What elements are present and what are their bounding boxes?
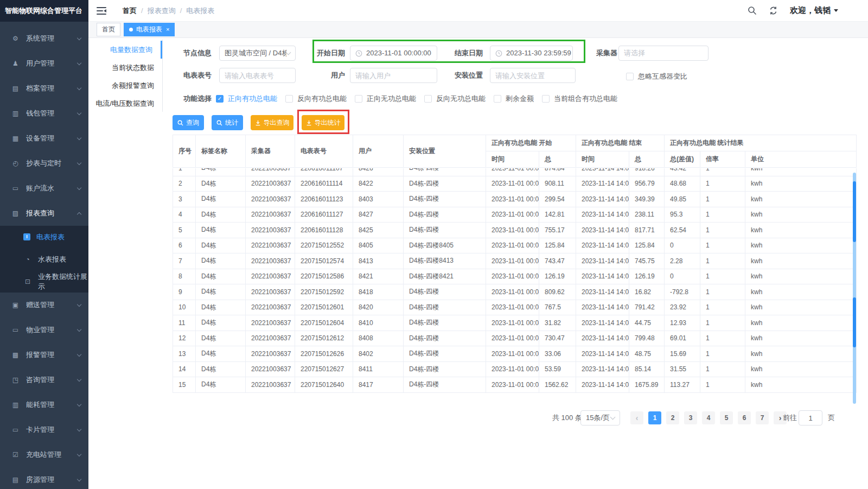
table-cell: 8405 (353, 238, 404, 253)
table-cell: D4栋 (196, 315, 246, 331)
sidebar-item[interactable]: ♟用户管理 (0, 51, 88, 76)
sidebar-item[interactable]: ▭物业管理 (0, 317, 88, 342)
checkbox-icon: ✓ (216, 95, 224, 103)
biz-stats-icon: ⊡ (23, 278, 32, 285)
meter-no-input[interactable] (219, 68, 296, 83)
table-cell: 11 (173, 315, 196, 331)
ignore-ct-checkbox[interactable]: ✓ 忽略互感器变比 (626, 72, 687, 81)
user-menu[interactable]: 欢迎，钱韬 (790, 5, 838, 16)
sidebar-item[interactable]: ▤档案管理 (0, 76, 88, 101)
start-date-input[interactable]: 2023-11-01 00:00:00 (350, 46, 437, 61)
goto-page-input[interactable] (799, 410, 822, 426)
sidebar-item[interactable]: ▥能耗管理 (0, 392, 88, 417)
table-cell: 220616011123 (295, 192, 353, 207)
export-query-button[interactable]: 导出查询 (251, 115, 293, 130)
collector-select[interactable]: 请选择 (618, 46, 709, 61)
sidebar-item[interactable]: ▨报表查询 (0, 201, 88, 226)
app-logo-title: 智能物联网综合管理平台 (0, 0, 88, 22)
export-stat-button[interactable]: 导出统计 (302, 115, 344, 130)
breadcrumb-item[interactable]: 首页 (123, 6, 137, 16)
page-button-7[interactable]: 7 (756, 411, 769, 424)
table-cell: 2023-11-01 00:00:42 (486, 238, 539, 253)
page-tab[interactable]: 电表报表× (124, 23, 175, 36)
table-cell: kwh (745, 238, 857, 253)
sidebar-subitem-label: 业务数据统计展示 (38, 272, 88, 291)
archive-icon: ▤ (11, 85, 20, 92)
sidebar-item[interactable]: ▩报警管理 (0, 342, 88, 367)
sidebar-subitem[interactable]: ⊡业务数据统计展示 (0, 270, 88, 293)
table-cell: 2023-11-14 14:03:57 (576, 300, 629, 315)
clock-icon (355, 50, 362, 57)
breadcrumb-item[interactable]: 报表查询 (148, 6, 176, 16)
collapse-sidebar-icon[interactable] (97, 7, 106, 15)
page-button-5[interactable]: 5 (720, 411, 733, 424)
prev-page-button[interactable]: ‹ (630, 411, 643, 424)
page-button-6[interactable]: 6 (738, 411, 751, 424)
refresh-icon[interactable] (769, 6, 778, 15)
function-checkbox[interactable]: ✓反向无功总电能 (424, 94, 486, 104)
subnav-item[interactable]: 当前状态数据 (95, 59, 162, 77)
sidebar-item[interactable]: ⚙系统管理 (0, 26, 88, 51)
page-size-select[interactable]: 15条/页 (580, 410, 620, 426)
function-checkbox[interactable]: ✓正向有功总电能 (216, 94, 277, 104)
sidebar-item[interactable]: ▭卡片管理 (0, 417, 88, 442)
function-checkbox[interactable]: ✓正向无功总电能 (355, 94, 416, 104)
page-tab[interactable]: 首页 (97, 23, 120, 36)
table-row: 2D4栋202210036372206160111148422D4栋-四楼202… (173, 176, 857, 192)
table-cell: 8426 (353, 168, 404, 176)
sidebar-subitem[interactable]: ◔水表报表 (0, 248, 88, 270)
subnav-item[interactable]: 余额报警查询 (95, 77, 162, 94)
table-cell: 1675.89 (629, 377, 665, 393)
function-checkbox[interactable]: ✓当前组合有功总电能 (542, 94, 617, 104)
sidebar-item[interactable]: ▦设备管理 (0, 126, 88, 151)
table-cell: D4栋 (196, 269, 246, 284)
table-cell: D4栋 (196, 207, 246, 223)
table-cell: 8418 (353, 284, 404, 300)
close-tab-icon[interactable]: × (166, 27, 169, 33)
clock-icon (495, 50, 502, 57)
sidebar-item[interactable]: ▤房源管理 (0, 467, 88, 489)
page-button-3[interactable]: 3 (684, 411, 697, 424)
page-button-1[interactable]: 1 (648, 411, 661, 424)
subnav-divider (162, 40, 163, 112)
table-scrollbar[interactable] (853, 173, 856, 404)
table-cell: 220715012626 (295, 346, 353, 362)
table-cell: 13 (173, 346, 196, 362)
sidebar-item[interactable]: ▭账户流水 (0, 176, 88, 201)
chevron-down-icon (77, 85, 81, 90)
node-select[interactable]: 图灵城市空间 / D4栋 (219, 46, 296, 61)
subnav-item[interactable]: 电流/电压数据查询 (95, 94, 162, 112)
function-checkbox[interactable]: ✓反向有功总电能 (285, 94, 347, 104)
page-button-2[interactable]: 2 (666, 411, 679, 424)
sidebar-item[interactable]: ▣赠送管理 (0, 293, 88, 317)
col-unit: 单位 (745, 151, 857, 168)
table-cell: 69.01 (665, 331, 700, 346)
table-cell: 238.11 (629, 207, 665, 223)
subnav-item[interactable]: 电量数据查询 (95, 41, 162, 59)
table-cell: D4栋-四楼 (404, 207, 486, 223)
page-button-4[interactable]: 4 (702, 411, 715, 424)
end-date-input[interactable]: 2023-11-30 23:59:59 (490, 46, 573, 61)
table-cell: 2023-11-14 14:02:38 (576, 346, 629, 362)
table-cell: 220715012604 (295, 315, 353, 331)
location-input[interactable] (490, 68, 576, 83)
sidebar-item[interactable]: ☑充电站管理 (0, 442, 88, 467)
table-cell: 5 (173, 223, 196, 238)
query-button[interactable]: 查询 (173, 115, 204, 130)
table-cell: 8422 (353, 176, 404, 192)
user-input[interactable] (350, 68, 437, 83)
table-cell: 2023-11-01 00:01:00 (486, 223, 539, 238)
sidebar-item[interactable]: ◴抄表与定时 (0, 151, 88, 176)
table-row: 5D4栋202210036372206160111288425D4栋-四楼202… (173, 223, 857, 238)
meter-no-label: 电表表号 (183, 68, 212, 83)
sidebar-item[interactable]: ▥钱包管理 (0, 101, 88, 126)
sidebar-subitem[interactable]: I电表报表 (0, 226, 88, 248)
stat-button[interactable]: 统计 (212, 115, 243, 130)
search-icon[interactable] (748, 6, 757, 15)
table-cell: 2023-11-14 14:03:14 (576, 269, 629, 284)
sidebar-item-label: 能耗管理 (26, 400, 78, 410)
function-checkbox[interactable]: ✓剩余金额 (494, 94, 534, 104)
table-cell: 1 (700, 361, 745, 377)
end-date-label: 结束日期 (455, 46, 483, 61)
sidebar-item[interactable]: ◳咨询管理 (0, 367, 88, 392)
